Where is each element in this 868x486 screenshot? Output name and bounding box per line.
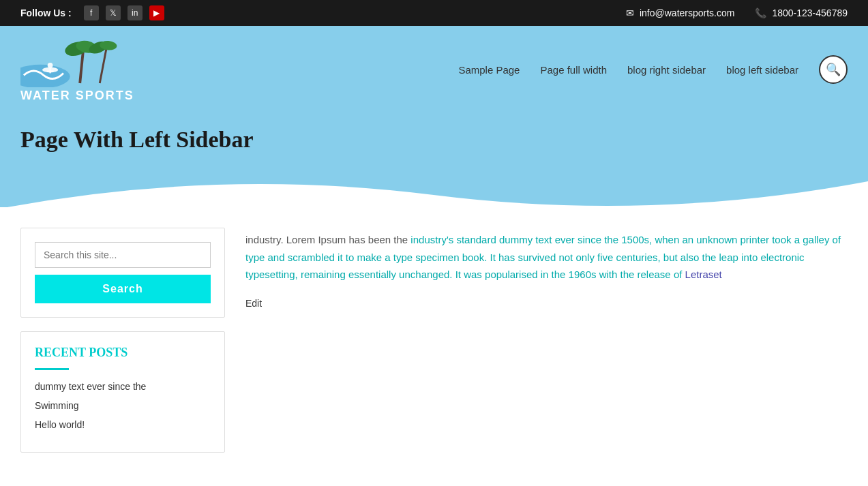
page-title: Page with left sidebar [20,127,848,153]
recent-posts-title: RECENT POSTS [35,346,211,360]
svg-line-4 [100,49,106,83]
recent-posts-widget: RECENT POSTS dummy text ever since the S… [20,331,225,453]
main-nav: Sample Page Page full width blog right s… [458,55,848,84]
article-area: industry. Lorem Ipsum has been the indus… [245,228,848,453]
social-icons: f 𝕏 in ▶ [84,5,164,20]
topbar-right: ✉ info@watersports.com 📞 1800-123-456789 [626,7,848,18]
phone-number: 1800-123-456789 [772,7,848,18]
logo-text: WATER SPORTS [20,89,134,103]
search-input[interactable] [35,242,211,268]
svg-line-1 [80,50,83,83]
hero-section: Page with left sidebar [0,113,868,207]
post-link-hello-world[interactable]: Hello world! [35,419,211,430]
post-link-1[interactable]: dummy text ever since the [35,381,211,392]
header: WATER SPORTS Sample Page Page full width… [0,26,868,113]
article-intro: industry. Lorem Ipsum has been the [245,234,410,245]
search-widget: Search [20,228,225,318]
post-link-swimming[interactable]: Swimming [35,400,211,411]
search-button[interactable]: 🔍 [819,55,848,84]
email-contact: ✉ info@watersports.com [626,7,734,18]
nav-sample-page[interactable]: Sample Page [458,64,520,76]
nav-blog-right-sidebar[interactable]: blog right sidebar [627,64,706,76]
svg-point-8 [48,63,53,68]
nav-full-width[interactable]: Page full width [540,64,607,76]
search-submit-button[interactable]: Search [35,275,211,303]
sidebar: Search RECENT POSTS dummy text ever sinc… [20,228,225,453]
email-icon: ✉ [626,7,634,18]
twitter-icon[interactable]: 𝕏 [106,5,121,20]
follow-label: Follow Us : [20,7,72,18]
phone-icon: 📞 [755,7,766,18]
article-text: industry. Lorem Ipsum has been the indus… [245,231,848,284]
logo[interactable]: WATER SPORTS [20,36,134,103]
article-highlight-2: Letraset [685,269,722,280]
recent-posts-underline [35,368,69,370]
logo-image [20,36,126,87]
topbar-left: Follow Us : f 𝕏 in ▶ [20,5,164,20]
facebook-icon[interactable]: f [84,5,99,20]
hero-wave [0,168,868,207]
topbar: Follow Us : f 𝕏 in ▶ ✉ info@watersports.… [0,0,868,26]
youtube-icon[interactable]: ▶ [149,5,164,20]
phone-contact: 📞 1800-123-456789 [755,7,848,18]
linkedin-icon[interactable]: in [128,5,143,20]
email-address: info@watersports.com [640,7,734,18]
nav-blog-left-sidebar[interactable]: blog left sidebar [726,64,798,76]
edit-link[interactable]: Edit [245,298,262,309]
main-content: Search RECENT POSTS dummy text ever sinc… [0,207,868,473]
